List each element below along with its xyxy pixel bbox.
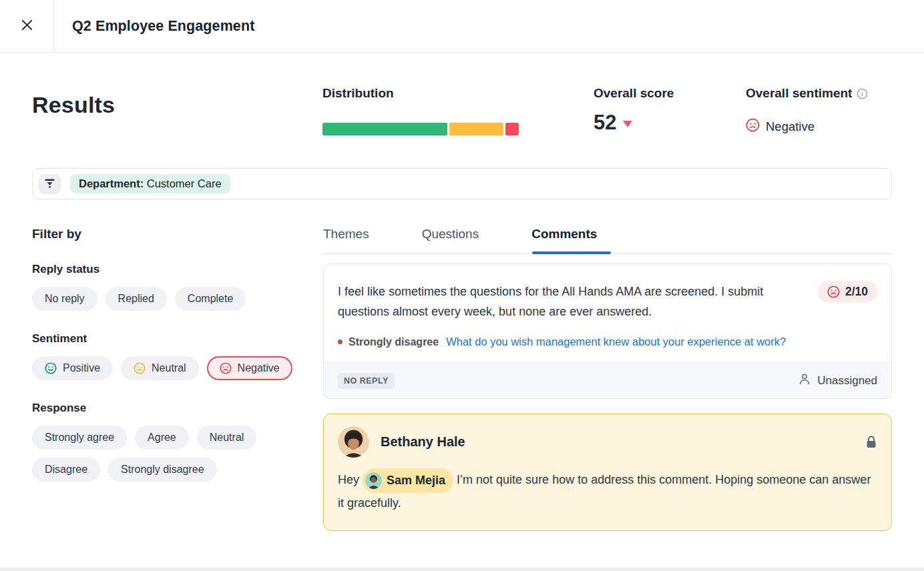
filter-pill-complete[interactable]: Complete (175, 287, 246, 311)
person-icon (798, 372, 811, 389)
distribution-segment-neutral (449, 123, 503, 135)
results-panel: Themes Questions Comments I feel like so… (323, 227, 892, 531)
department-filter-chip[interactable]: Department: Customer Care (70, 174, 230, 193)
score-badge-value: 2/10 (845, 285, 868, 299)
filters-title: Filter by (32, 227, 323, 241)
mention-sam-mejia[interactable]: Sam Mejia (363, 468, 453, 493)
reply-message-prefix: Hey (338, 473, 363, 486)
filter-pill-no-reply[interactable]: No reply (32, 287, 97, 311)
avatar-sam-mejia (365, 472, 382, 489)
overall-sentiment-column: Overall sentiment Negative (746, 86, 892, 135)
page-title: Results (32, 86, 322, 118)
response-options: Strongly agree Agree Neutral Disagree St… (32, 426, 312, 482)
assignee-control[interactable]: Unassigned (798, 372, 877, 389)
response-bullet-icon (338, 340, 342, 344)
response-label: Strongly disagree (349, 336, 439, 348)
close-button[interactable] (0, 0, 54, 52)
distribution-bar (322, 123, 519, 135)
positive-face-icon (45, 362, 57, 374)
tab-questions[interactable]: Questions (422, 227, 479, 253)
results-summary: Results Distribution Overall score 52 Ov… (32, 86, 892, 135)
overall-score-label: Overall score (594, 86, 746, 101)
results-tabs: Themes Questions Comments (323, 227, 892, 254)
info-icon[interactable] (857, 88, 868, 99)
filter-bar: Department: Customer Care (32, 168, 892, 199)
reply-status-group-label: Reply status (32, 263, 323, 276)
distribution-column: Distribution (322, 86, 594, 135)
distribution-label: Distribution (322, 86, 594, 101)
filter-pill-disagree[interactable]: Disagree (32, 458, 100, 482)
filter-pill-replied[interactable]: Replied (105, 287, 167, 311)
comment-footer: NO REPLY Unassigned (324, 362, 891, 398)
topbar: Q2 Employee Engagement (0, 0, 924, 53)
tab-comments[interactable]: Comments (531, 227, 597, 253)
filter-pill-negative[interactable]: Negative (207, 356, 292, 380)
chip-value: Customer Care (144, 177, 221, 189)
filter-pill-neutral-sentiment[interactable]: Neutral (121, 356, 199, 380)
lock-icon (865, 436, 877, 449)
filter-pill-strongly-agree[interactable]: Strongly agree (32, 426, 127, 450)
comment-meta: Strongly disagree What do you wish manag… (338, 336, 877, 348)
overall-sentiment-label: Overall sentiment (746, 86, 892, 101)
close-icon (21, 19, 33, 33)
filter-pill-strongly-disagree[interactable]: Strongly disagree (108, 458, 217, 482)
neutral-face-icon (134, 362, 146, 374)
sentiment-value-text: Negative (766, 119, 815, 134)
mention-name: Sam Mejia (387, 470, 445, 491)
score-number: 52 (594, 111, 616, 135)
negative-face-icon (827, 286, 840, 298)
survey-title: Q2 Employee Engagement (72, 18, 254, 35)
filter-pill-positive[interactable]: Positive (32, 356, 113, 380)
filter-icon (43, 177, 56, 191)
chip-key: Department: (79, 177, 144, 189)
assignee-name: Unassigned (817, 374, 877, 388)
reply-author-name: Bethany Hale (381, 434, 465, 450)
filter-pill-neutral-response[interactable]: Neutral (197, 426, 257, 450)
negative-face-icon (220, 362, 232, 374)
reply-card: Bethany Hale Hey Sam Mejia I’m not quite… (323, 414, 892, 531)
comment-text: I feel like sometimes the questions for … (338, 281, 775, 322)
overall-score-column: Overall score 52 (594, 86, 746, 135)
status-badge: NO REPLY (338, 373, 395, 389)
response-group-label: Response (32, 402, 323, 415)
trend-down-icon (623, 121, 632, 127)
overall-sentiment-value: Negative (746, 118, 892, 135)
reply-status-options: No reply Replied Complete (32, 287, 312, 311)
tab-themes[interactable]: Themes (323, 227, 369, 253)
sentiment-group-label: Sentiment (32, 332, 323, 346)
score-badge: 2/10 (818, 281, 877, 303)
comment-card: I feel like sometimes the questions for … (323, 263, 892, 399)
distribution-segment-negative (505, 123, 519, 135)
filter-pill-agree[interactable]: Agree (135, 426, 189, 450)
question-link[interactable]: What do you wish management knew about y… (446, 336, 786, 348)
reply-message: Hey Sam Mejia I’m not quite sure how to … (338, 468, 877, 514)
filters-sidebar: Filter by Reply status No reply Replied … (32, 227, 323, 531)
negative-face-icon (746, 118, 760, 135)
sentiment-options: Positive Neutral Negative (32, 356, 312, 380)
distribution-segment-positive (322, 123, 447, 135)
overall-score-value: 52 (594, 111, 746, 135)
avatar-bethany-hale (338, 426, 369, 458)
filter-button[interactable] (39, 174, 61, 194)
page-bottom-edge (0, 568, 924, 571)
overall-sentiment-text: Overall sentiment (746, 86, 852, 101)
